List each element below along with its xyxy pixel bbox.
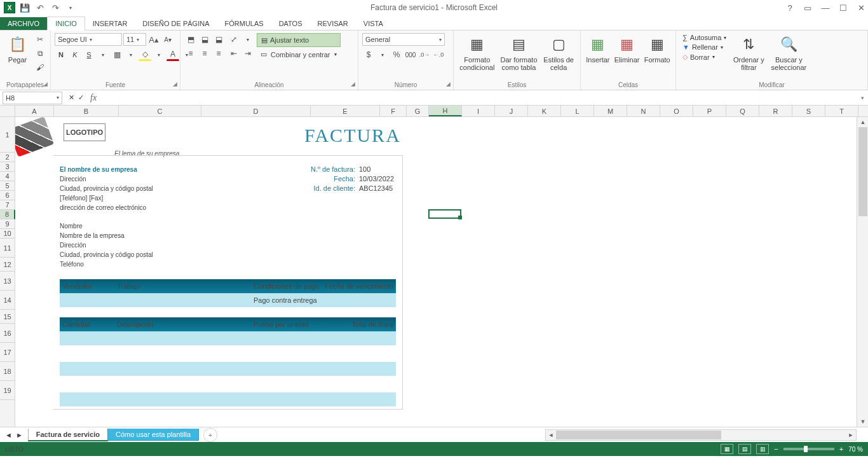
column-header[interactable]: D [201,106,311,116]
page-layout-view-icon[interactable]: ▤ [738,444,751,454]
save-icon[interactable]: 💾 [18,1,32,15]
normal-view-icon[interactable]: ▦ [721,444,733,454]
decrease-font-icon[interactable]: A▾ [161,33,174,46]
column-header[interactable]: K [528,106,561,116]
tab-data[interactable]: DATOS [271,17,310,30]
formula-expand-icon[interactable]: ▾ [857,95,868,101]
scroll-left-icon[interactable]: ◄ [546,432,556,438]
scroll-up-icon[interactable]: ▲ [857,117,868,127]
row-header[interactable]: 1 [0,117,15,153]
excel-app-icon[interactable]: X [3,1,17,15]
tab-view[interactable]: VISTA [356,17,391,30]
row-header[interactable]: 10 [0,229,15,238]
minimize-icon[interactable]: — [820,3,831,13]
row-header[interactable]: 17 [0,343,15,362]
wrap-text-button[interactable]: ▤ Ajustar texto [257,33,341,47]
italic-button[interactable]: K [69,48,81,61]
zoom-out-button[interactable]: − [774,445,778,453]
increase-font-icon[interactable]: A▴ [147,33,160,46]
sheet-tab-1[interactable]: Factura de servicio [28,429,108,441]
enter-formula-icon[interactable]: ✓ [78,93,84,102]
align-top-icon[interactable]: ⬒ [184,33,197,46]
column-header[interactable]: R [759,106,792,116]
row-header[interactable]: 6 [0,191,15,200]
sheet-tab-2[interactable]: Cómo usar esta plantilla [107,429,199,441]
column-header[interactable]: E [311,106,380,116]
font-family-combo[interactable]: Segoe UI▾ [55,33,122,46]
vertical-scrollbar[interactable]: ▲ ▼ [857,117,868,427]
row-header[interactable]: 2 [0,153,15,162]
column-header[interactable]: H [429,106,462,116]
column-header[interactable]: O [660,106,693,116]
clipboard-dialog-launcher[interactable]: ◢ [41,81,49,88]
font-color-icon[interactable]: A [166,48,179,61]
cut-icon[interactable]: ✂ [34,33,46,46]
orientation-icon[interactable]: ⤢ [227,33,240,46]
column-header[interactable]: N [627,106,660,116]
font-dialog-launcher[interactable]: ◢ [171,81,179,88]
border-icon[interactable]: ▦ [111,48,123,61]
tab-home[interactable]: INICIO [47,17,85,31]
align-right-icon[interactable]: ≡ [212,47,225,60]
name-box[interactable]: H8▾ [3,92,62,104]
row-header[interactable]: 13 [0,272,15,291]
number-dialog-launcher[interactable]: ◢ [444,81,452,88]
column-header[interactable]: M [594,106,627,116]
thousands-icon[interactable]: 000 [404,48,417,61]
format-cells-button[interactable]: ▦Formato [642,33,672,64]
row-header[interactable]: 5 [0,181,15,191]
find-select-button[interactable]: 🔍Buscar y seleccionar [768,33,809,71]
ribbon-display-icon[interactable]: ▭ [802,3,813,13]
alignment-dialog-launcher[interactable]: ◢ [349,81,356,88]
font-size-combo[interactable]: 11▾ [123,33,146,46]
tab-formulas[interactable]: FÓRMULAS [217,17,271,30]
scroll-thumb[interactable] [858,127,867,216]
hscroll-thumb[interactable] [556,431,721,439]
column-header[interactable]: J [495,106,528,116]
column-header[interactable]: B [54,106,119,116]
worksheet-grid[interactable]: LOGOTIPO FACTURA El lema de su empresa E… [15,117,868,427]
cell-styles-button[interactable]: ▢Estilos de celda [541,33,576,71]
scroll-right-icon[interactable]: ► [846,432,856,438]
zoom-slider[interactable] [783,448,834,450]
column-header[interactable]: A [15,106,54,116]
insert-cells-button[interactable]: ▦Insertar [585,33,611,64]
undo-icon[interactable]: ↶ [33,1,47,15]
paste-button[interactable]: 📋 Pegar [4,33,31,64]
format-painter-icon[interactable]: 🖌 [34,61,46,74]
tab-insert[interactable]: INSERTAR [85,17,135,30]
row-header[interactable]: 11 [0,238,15,258]
zoom-in-button[interactable]: + [839,445,843,453]
add-sheet-button[interactable]: + [203,428,217,442]
qat-customize-icon[interactable]: ▾ [64,1,78,15]
redo-icon[interactable]: ↷ [48,1,62,15]
row-header[interactable]: 3 [0,162,15,172]
page-break-view-icon[interactable]: ▥ [756,444,769,454]
column-header[interactable]: G [407,106,429,116]
row-header[interactable]: 19 [0,381,15,400]
row-header[interactable]: 8 [0,210,15,219]
fill-button[interactable]: ▼Rellenar▾ [680,43,729,52]
conditional-format-button[interactable]: ▦Formato condicional [458,33,497,71]
number-format-combo[interactable]: General▾ [362,33,445,46]
sheet-nav-next-icon[interactable]: ► [16,431,23,439]
format-as-table-button[interactable]: ▤Dar formato como tabla [499,33,539,71]
formula-input[interactable] [102,92,857,104]
increase-decimal-icon[interactable]: .0→ [418,48,431,61]
align-left-icon[interactable]: ≡ [184,47,197,60]
currency-icon[interactable]: $ [362,48,375,61]
scroll-down-icon[interactable]: ▼ [857,417,868,427]
close-icon[interactable]: ✕ [855,3,867,13]
decrease-indent-icon[interactable]: ⇤ [227,47,240,60]
column-header[interactable]: L [561,106,594,116]
align-middle-icon[interactable]: ⬓ [198,33,211,46]
sheet-nav-prev-icon[interactable]: ◄ [5,431,12,439]
column-header[interactable]: F [380,106,407,116]
clear-button[interactable]: ◇Borrar▾ [680,52,729,62]
zoom-level[interactable]: 70 % [848,446,863,453]
select-all-corner[interactable] [0,106,15,116]
row-header[interactable]: 7 [0,200,15,210]
copy-icon[interactable]: ⧉ [34,47,46,60]
tab-page-layout[interactable]: DISEÑO DE PÁGINA [135,17,217,30]
help-icon[interactable]: ? [784,3,796,13]
